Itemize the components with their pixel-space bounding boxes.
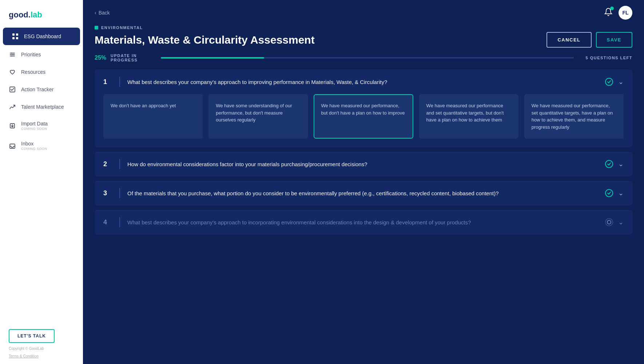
questions-left: 5 QUESTIONS LEFT [585,56,632,60]
check-icon-4 [605,218,613,226]
question-text-2: How do environmental considerations fact… [127,160,598,168]
sidebar-bottom: LET'S TALK Copyright © GoodLab Terms & C… [0,322,83,364]
notification-bell[interactable] [604,8,613,18]
question-text-1: What best describes your company's appro… [127,78,598,86]
question-header-2[interactable]: 2 How do environmental considerations fa… [95,152,632,176]
svg-point-9 [11,56,12,57]
questions-area: 1 What best describes your company's app… [83,69,644,364]
sidebar-item-label: Inbox [21,141,47,147]
question-actions-2: ⌄ [605,160,624,168]
question-header-1[interactable]: 1 What best describes your company's app… [95,69,632,94]
chevron-up-icon: ⌄ [618,78,624,86]
lets-talk-button[interactable]: LET'S TALK [9,329,55,343]
notification-badge [610,7,614,10]
terms-link[interactable]: Terms & Condition [9,354,39,358]
heart-icon [9,68,16,76]
checkmark-icon [607,191,611,195]
sidebar-item-label: ESG Dashboard [24,33,61,39]
question-divider [119,159,120,169]
grid-icon [12,33,19,40]
question-card-2: 2 How do environmental considerations fa… [95,152,632,176]
answer-option-1-1[interactable]: We don't have an approach yet [103,94,203,139]
sidebar-item-priorities[interactable]: Priorities [0,46,83,63]
progress-bar-fill [161,57,264,59]
save-button[interactable]: SAVE [596,32,632,48]
category-label: ENVIRONMENTAL [95,25,632,30]
progress-percentage: 25% [95,55,106,61]
copyright-text: Copyright © GoodLab [9,347,44,351]
sidebar-nav: ESG Dashboard Priorities [0,27,83,322]
header-buttons: CANCEL SAVE [546,32,632,48]
assessment-title: Materials, Waste & Circularity Assessmen… [95,34,315,46]
category-text: ENVIRONMENTAL [101,25,143,30]
cancel-button[interactable]: CANCEL [546,32,591,48]
sidebar-item-talent-marketplace[interactable]: Talent Marketplace [0,98,83,116]
check-icon-2 [605,160,613,168]
import-icon [9,122,16,129]
sidebar-item-label: Priorities [21,52,41,57]
sidebar-item-action-tracker[interactable]: Action Tracker [0,81,83,98]
sidebar-item-label: Resources [21,69,45,75]
sidebar-item-inbox[interactable]: Inbox COMING SOON [0,136,83,156]
question-number-1: 1 [103,78,112,86]
checkbox-icon [9,86,16,93]
question-text-4: What best describes your company's appro… [127,219,598,226]
svg-rect-0 [12,33,15,36]
question-text-3: Of the materials that you purchase, what… [127,189,598,197]
question-header-3[interactable]: 3 Of the materials that you purchase, wh… [95,181,632,205]
question-divider [119,188,120,198]
coming-soon-label: COMING SOON [21,127,48,131]
question-card-4: 4 What best describes your company's app… [95,210,632,235]
sidebar-item-label: Talent Marketplace [21,104,64,110]
question-card-3: 3 Of the materials that you purchase, wh… [95,181,632,205]
question-number-3: 3 [103,189,112,197]
answer-option-1-3[interactable]: We have measured our performance, but do… [314,94,413,139]
answer-options-1: We don't have an approach yet We have so… [95,94,632,147]
svg-rect-3 [16,37,18,39]
logo: good.lab [0,0,83,27]
question-divider [119,77,120,87]
progress-left: 25% UPDATE IN PROGRESS [95,53,149,62]
answer-option-1-5[interactable]: We have measured our performance, set qu… [524,94,624,139]
user-avatar[interactable]: FL [619,6,632,20]
coming-soon-label: COMING SOON [21,147,47,151]
checkmark-icon [607,80,611,84]
svg-rect-1 [16,33,18,36]
assessment-title-row: Materials, Waste & Circularity Assessmen… [95,32,632,48]
main-content: ‹ Back FL ENVIRONMENTAL Materials, Waste… [83,0,644,364]
sidebar: good.lab ESG Dashboard [0,0,83,364]
question-actions-4: ⌄ [605,218,624,226]
back-label: Back [99,10,110,16]
svg-rect-2 [12,37,15,39]
question-actions-1: ⌄ [605,78,624,86]
checkmark-icon [607,162,611,166]
answer-option-1-2[interactable]: We have some understanding of our perfor… [208,94,308,139]
back-button[interactable]: ‹ Back [95,10,110,16]
sliders-icon [9,51,16,58]
progress-bar [161,57,574,59]
question-divider [119,217,120,227]
svg-point-14 [607,220,611,224]
top-bar-icons: FL [604,6,632,20]
chevron-down-icon: ⌄ [618,218,624,226]
question-number-4: 4 [103,219,112,226]
check-icon-3 [605,189,613,197]
question-actions-3: ⌄ [605,189,624,197]
sidebar-item-import-data[interactable]: Import Data COMING SOON [0,116,83,136]
check-icon-1 [605,78,613,86]
svg-point-8 [13,54,14,55]
answer-option-1-4[interactable]: We have measured our performance and set… [419,94,518,139]
question-card-1: 1 What best describes your company's app… [95,69,632,147]
question-number-2: 2 [103,160,112,168]
progress-section: 25% UPDATE IN PROGRESS 5 QUESTIONS LEFT [83,53,644,69]
top-bar: ‹ Back FL [83,0,644,25]
question-header-4[interactable]: 4 What best describes your company's app… [95,210,632,235]
assessment-header: ENVIRONMENTAL Materials, Waste & Circula… [83,25,644,53]
sidebar-item-esg-dashboard[interactable]: ESG Dashboard [3,28,80,45]
empty-check-icon [607,220,611,224]
chart-icon [9,103,16,111]
inbox-icon [9,142,16,149]
chevron-down-icon: ⌄ [618,160,624,168]
sidebar-item-resources[interactable]: Resources [0,63,83,81]
chevron-down-icon: ⌄ [618,189,624,197]
